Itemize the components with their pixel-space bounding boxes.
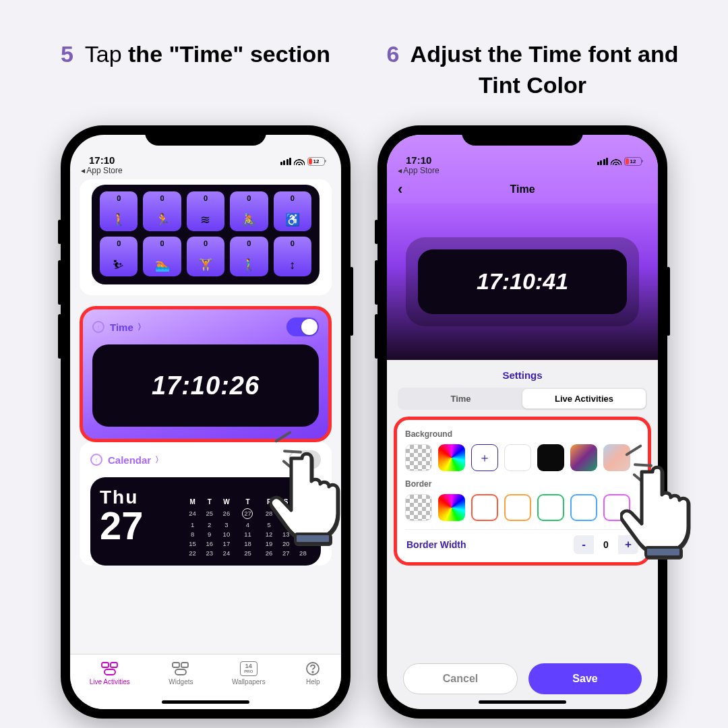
border-swatch-color-picker[interactable]	[438, 494, 465, 521]
home-indicator[interactable]	[162, 700, 249, 704]
chevron-right-icon: 〉	[138, 322, 146, 333]
phone-left: 17:10 12 App Store 0🚶0🏃0≋0🚴0♿0⛷0🏊0🏋0🚶‍♂️…	[61, 125, 351, 719]
border-swatch-orange[interactable]	[504, 494, 531, 521]
border-swatches	[405, 494, 640, 521]
time-section-toggle[interactable]	[286, 317, 319, 336]
status-time: 17:10	[406, 154, 431, 166]
activity-tile[interactable]: 0🏃	[143, 191, 181, 231]
border-width-row: Border Width - 0 +	[405, 529, 640, 557]
activity-tile[interactable]: 0⛷	[100, 237, 138, 276]
upload-icon: ↑	[92, 321, 104, 333]
border-label: Border	[405, 479, 640, 489]
tap-indicator-left	[270, 438, 371, 555]
border-swatch-green[interactable]	[537, 494, 564, 521]
border-swatch-blue[interactable]	[570, 494, 597, 521]
border-swatch-transparent[interactable]	[405, 494, 432, 521]
footer-buttons: Cancel Save	[387, 663, 658, 694]
activity-tile[interactable]: 0↕	[274, 237, 311, 276]
border-swatch-red[interactable]	[471, 494, 498, 521]
battery-icon: 12	[624, 157, 642, 166]
step-5-light: Tap	[79, 41, 128, 67]
notch	[145, 125, 266, 146]
phone-right: 17:10 12 App Store ‹ Time 17:10:41 Setti…	[377, 125, 667, 719]
wifi-icon	[294, 157, 305, 165]
time-preview-hero: 17:10:41	[387, 204, 658, 360]
border-width-label: Border Width	[406, 539, 466, 550]
appearance-options-panel: Background ＋ Border Border	[394, 417, 651, 566]
time-preview-value: 17:10:41	[418, 249, 627, 314]
activity-tile[interactable]: 0🏊	[143, 237, 181, 276]
activity-tile[interactable]: 0🚶	[100, 191, 138, 231]
nav-bar: ‹ Time	[387, 175, 658, 204]
cellular-icon	[597, 158, 609, 165]
chevron-right-icon: 〉	[155, 454, 163, 466]
step-6-caption: 6 Adjust the Time font and Tint Color	[384, 39, 681, 101]
time-section-label: Time	[110, 322, 133, 333]
tap-indicator-right	[620, 452, 721, 569]
calendar-section-label: Calendar	[108, 454, 151, 466]
tab-live-activities[interactable]: Live Activities	[90, 661, 130, 686]
tab-help[interactable]: Help	[304, 661, 322, 686]
screen-widget-list: 17:10 12 App Store 0🚶0🏃0≋0🚴0♿0⛷0🏊0🏋0🚶‍♂️…	[70, 135, 341, 709]
status-time: 17:10	[89, 154, 115, 166]
tab-wallpapers[interactable]: 14PRO Wallpapers	[232, 661, 266, 686]
bg-swatch-white[interactable]	[504, 444, 531, 471]
home-indicator[interactable]	[479, 700, 566, 704]
bg-swatch-transparent[interactable]	[405, 444, 432, 471]
settings-heading: Settings	[387, 360, 658, 388]
step-6-number: 6	[386, 41, 399, 67]
background-swatches: ＋	[405, 444, 640, 471]
svg-rect-5	[175, 669, 186, 675]
svg-rect-0	[102, 663, 109, 667]
svg-rect-9	[646, 547, 681, 557]
notch	[462, 125, 583, 146]
bg-swatch-gradient-1[interactable]	[570, 444, 597, 471]
tab-widgets[interactable]: Widgets	[169, 661, 193, 686]
cellular-icon	[280, 158, 292, 165]
upload-icon: ↑	[90, 454, 102, 466]
svg-point-7	[312, 671, 313, 673]
svg-rect-1	[111, 663, 117, 667]
back-to-appstore[interactable]: App Store	[70, 166, 341, 175]
bg-swatch-add[interactable]: ＋	[471, 444, 498, 471]
time-widget-preview: 17:10:26	[92, 344, 319, 427]
step-5-caption: 5 Tap the "Time" section	[47, 39, 344, 101]
cancel-button[interactable]: Cancel	[403, 663, 518, 694]
back-button[interactable]: ‹	[398, 181, 402, 198]
wifi-icon	[611, 157, 621, 165]
activity-tile[interactable]: 0♿	[274, 191, 311, 231]
activity-widget-card[interactable]: 0🚶0🏃0≋0🚴0♿0⛷0🏊0🏋0🚶‍♂️0↕	[80, 179, 332, 295]
svg-rect-2	[104, 669, 115, 675]
background-label: Background	[405, 429, 640, 439]
time-section-card[interactable]: ↑ Time 〉 17:10:26	[80, 306, 332, 442]
battery-icon: 12	[307, 157, 325, 166]
activity-tile[interactable]: 0🚶‍♂️	[230, 237, 268, 276]
svg-rect-3	[173, 663, 179, 667]
svg-rect-8	[295, 534, 330, 543]
captions-row: 5 Tap the "Time" section 6 Adjust the Ti…	[0, 0, 728, 125]
activity-tile[interactable]: 0≋	[187, 191, 224, 231]
bg-swatch-color-picker[interactable]	[438, 444, 465, 471]
svg-rect-4	[181, 663, 188, 667]
back-to-appstore[interactable]: App Store	[387, 166, 658, 175]
segmented-control[interactable]: Time Live Activities	[398, 388, 647, 410]
segment-time[interactable]: Time	[399, 389, 522, 408]
segment-live-activities[interactable]: Live Activities	[522, 389, 646, 408]
save-button[interactable]: Save	[528, 663, 642, 694]
page-title: Time	[510, 183, 535, 195]
screen-time-settings: 17:10 12 App Store ‹ Time 17:10:41 Setti…	[387, 135, 658, 709]
border-width-decrement[interactable]: -	[574, 535, 594, 554]
step-5-number: 5	[61, 41, 73, 67]
step-5-bold: the "Time" section	[128, 41, 330, 67]
step-6-bold: Adjust the Time font and Tint Color	[404, 41, 678, 98]
activity-tile[interactable]: 0🏋	[187, 237, 224, 276]
bg-swatch-black[interactable]	[537, 444, 564, 471]
border-width-value: 0	[594, 539, 618, 550]
activity-tile[interactable]: 0🚴	[230, 191, 268, 231]
calendar-day-of-month: 27	[100, 508, 176, 543]
